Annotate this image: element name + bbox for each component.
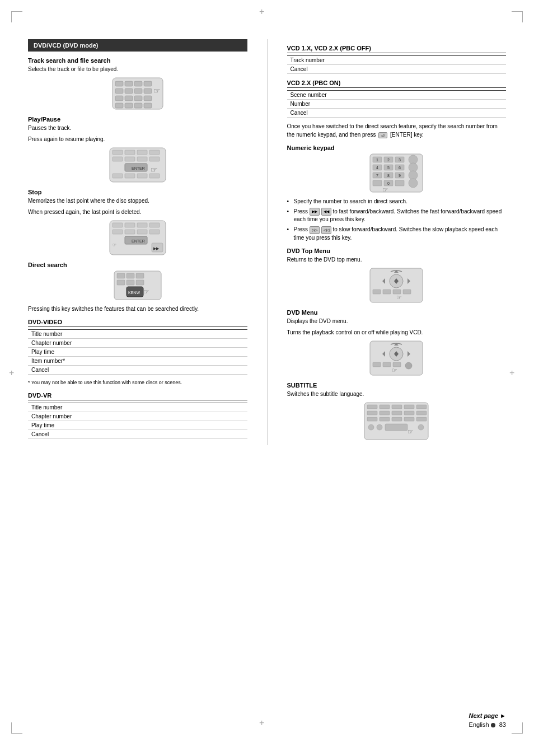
svg-text:ENTER: ENTER xyxy=(132,166,145,170)
table-row: Scene number xyxy=(287,91,507,100)
dvd-video-item-2: Play time xyxy=(28,348,247,357)
svg-rect-50 xyxy=(127,273,134,278)
vcd1x-item-1: Cancel xyxy=(287,65,507,74)
svg-rect-39 xyxy=(113,230,123,234)
svg-rect-38 xyxy=(149,223,160,227)
svg-rect-41 xyxy=(137,230,147,234)
svg-point-126 xyxy=(368,424,374,430)
svg-rect-122 xyxy=(380,417,390,421)
svg-text:5: 5 xyxy=(387,166,390,170)
numeric-keypad-remote: 1 2 3 4 5 6 7 xyxy=(287,153,507,193)
svg-rect-7 xyxy=(134,88,142,94)
svg-rect-30 xyxy=(113,174,123,178)
dvd-top-menu-svg: ☞ xyxy=(368,267,424,304)
svg-text:☞: ☞ xyxy=(151,165,158,174)
svg-text:▶▶: ▶▶ xyxy=(153,246,160,250)
svg-point-84 xyxy=(409,179,418,188)
left-column: DVD/VCD (DVD mode) Track search and file… xyxy=(28,39,247,445)
svg-text:ENTER: ENTER xyxy=(132,239,145,243)
dvd-menu-desc1: Displays the DVD menu. xyxy=(287,318,507,325)
svg-rect-114 xyxy=(404,405,414,409)
track-search-remote: ☞ xyxy=(28,77,247,110)
dvd-vr-table: Title number Chapter number Play time Ca… xyxy=(28,403,247,439)
page-footer: Next page ► English 83 xyxy=(469,712,506,728)
svg-rect-118 xyxy=(392,411,402,415)
footnote: * You may not be able to use this functi… xyxy=(28,379,247,386)
svg-rect-3 xyxy=(134,81,142,86)
svg-text:0: 0 xyxy=(387,181,390,185)
table-row: Play time xyxy=(28,348,247,357)
vcd1x-label: VCD 1.X, VCD 2.X (PBC OFF) xyxy=(287,45,507,53)
direct-search-remote: KENW ☞ xyxy=(28,270,247,301)
subtitle-desc: Switches the subtitle language. xyxy=(287,390,507,398)
cross-mark-right xyxy=(512,372,523,384)
dvd-menu-svg: ☞ xyxy=(368,340,424,376)
direct-search-desc: Pressing this key switches the features … xyxy=(28,305,247,313)
svg-rect-5 xyxy=(115,88,123,94)
svg-rect-107 xyxy=(393,362,401,367)
subtitle-remote: ☞ xyxy=(287,402,507,441)
vcd2x-on-table: Scene number Number Cancel xyxy=(287,90,507,118)
svg-text:☞: ☞ xyxy=(396,294,402,301)
svg-text:☞: ☞ xyxy=(382,186,388,193)
dvd-vr-item-2: Play time xyxy=(28,421,247,430)
svg-text:3: 3 xyxy=(399,158,401,162)
vcd2x-on-item-2: Cancel xyxy=(287,109,507,118)
dvd-video-item-3: Item number* xyxy=(28,357,247,366)
dvd-vr-label: DVD-VR xyxy=(28,392,247,400)
svg-text:☞: ☞ xyxy=(407,428,414,436)
svg-point-130 xyxy=(418,424,424,430)
svg-rect-93 xyxy=(373,290,381,294)
svg-text:☞: ☞ xyxy=(153,86,161,95)
feature-bullets: Specify the number to search in direct s… xyxy=(287,198,507,242)
vcd2x-on-item-1: Number xyxy=(287,100,507,109)
dvd-menu-title: DVD Menu xyxy=(287,309,507,316)
svg-text:☞: ☞ xyxy=(143,288,149,296)
svg-rect-20 xyxy=(125,150,135,155)
enter-icon: ⏎ xyxy=(378,132,387,138)
svg-rect-24 xyxy=(125,157,135,161)
dvd-top-menu-remote: ☞ xyxy=(287,267,507,304)
table-row: Chapter number xyxy=(28,412,247,421)
svg-text:1: 1 xyxy=(376,158,378,162)
svg-rect-42 xyxy=(149,230,160,234)
svg-rect-21 xyxy=(137,150,147,155)
dvd-vr-item-0: Title number xyxy=(28,403,247,412)
svg-text:4: 4 xyxy=(376,166,378,170)
svg-rect-25 xyxy=(137,157,147,161)
page-number: English 83 xyxy=(469,721,506,728)
svg-rect-120 xyxy=(416,411,427,415)
svg-rect-128 xyxy=(385,424,407,431)
bullet-3: Press ▷▷ ◁◁ to slow forward/backward. Sw… xyxy=(287,226,507,241)
direct-search-body: Once you have switched to the direct sea… xyxy=(287,122,507,139)
svg-rect-121 xyxy=(367,417,377,421)
dvd-vcd-section-title: DVD/VCD (DVD mode) xyxy=(28,39,247,52)
svg-rect-95 xyxy=(393,290,401,294)
svg-rect-54 xyxy=(136,280,144,285)
vcd2x-on-item-0: Scene number xyxy=(287,91,507,100)
table-row: Title number xyxy=(28,403,247,412)
stop-title: Stop xyxy=(28,189,247,195)
svg-text:7: 7 xyxy=(376,174,378,178)
svg-rect-51 xyxy=(136,273,144,278)
svg-rect-2 xyxy=(125,81,133,86)
numeric-keypad-svg: 1 2 3 4 5 6 7 xyxy=(368,153,424,193)
cross-mark-bottom xyxy=(261,722,273,734)
direct-search-remote-svg: KENW ☞ xyxy=(113,270,163,301)
table-row: Chapter number xyxy=(28,339,247,348)
next-page-label: Next page ► xyxy=(469,712,506,719)
svg-rect-106 xyxy=(383,362,391,367)
svg-rect-14 xyxy=(115,103,123,108)
svg-text:KENW: KENW xyxy=(128,291,140,295)
dvd-menu-remote: ☞ xyxy=(287,340,507,376)
corner-mark-tr xyxy=(512,11,523,22)
svg-rect-8 xyxy=(144,88,152,94)
svg-rect-23 xyxy=(113,157,123,161)
svg-rect-116 xyxy=(367,411,377,415)
svg-rect-123 xyxy=(392,417,402,421)
svg-rect-36 xyxy=(125,223,135,227)
corner-mark-bl xyxy=(11,722,22,734)
svg-text:☞: ☞ xyxy=(392,367,397,374)
svg-rect-80 xyxy=(373,180,382,186)
svg-rect-113 xyxy=(392,405,402,409)
